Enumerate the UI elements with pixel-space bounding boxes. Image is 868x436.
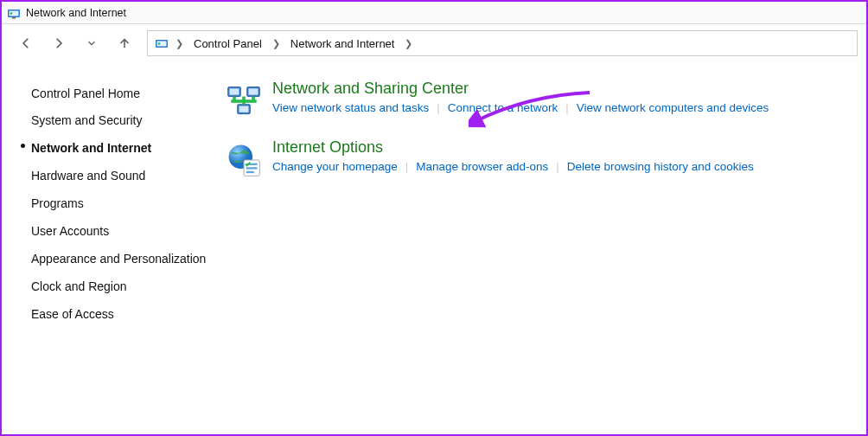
forward-button[interactable]: [47, 31, 71, 55]
category-heading[interactable]: Network and Sharing Center: [272, 80, 469, 101]
sidebar-item-label: Appearance and Personalization: [31, 252, 206, 266]
svg-rect-16: [252, 97, 255, 102]
sidebar-item-label: System and Security: [31, 113, 142, 127]
svg-rect-2: [12, 17, 16, 19]
svg-point-6: [158, 42, 161, 45]
chevron-right-icon: ❯: [401, 38, 416, 49]
titlebar: Network and Internet: [2, 2, 866, 24]
sidebar: Control Panel HomeSystem and SecurityNet…: [2, 62, 214, 434]
up-button[interactable]: [112, 31, 137, 55]
category-row: Internet OptionsChange your homepage|Man…: [222, 138, 866, 182]
task-link[interactable]: Connect to a network: [448, 101, 558, 114]
breadcrumb-item[interactable]: Network and Internet: [287, 35, 399, 52]
sidebar-item[interactable]: Appearance and Personalization: [21, 245, 207, 272]
task-link[interactable]: Change your homepage: [272, 160, 398, 173]
svg-rect-20: [246, 167, 258, 169]
task-link[interactable]: Manage browser add-ons: [416, 160, 548, 173]
internet-options-icon: [222, 138, 265, 182]
sidebar-item-label: Hardware and Sound: [31, 169, 145, 183]
svg-rect-14: [242, 97, 246, 105]
sidebar-item[interactable]: System and Security: [21, 107, 207, 135]
breadcrumb-item[interactable]: Control Panel: [190, 35, 265, 52]
separator: |: [558, 101, 576, 114]
sidebar-item[interactable]: Ease of Access: [21, 300, 207, 328]
svg-point-3: [10, 12, 13, 15]
sidebar-item-label: Control Panel Home: [31, 87, 140, 100]
main-content: Network and Sharing CenterView network s…: [214, 62, 866, 434]
task-link[interactable]: View network computers and devices: [577, 101, 769, 114]
svg-rect-15: [233, 97, 236, 102]
sidebar-item[interactable]: Programs: [21, 190, 207, 218]
sidebar-item[interactable]: User Accounts: [21, 217, 207, 245]
sidebar-item[interactable]: Control Panel Home: [21, 80, 207, 107]
separator: |: [398, 160, 416, 173]
sidebar-item-label: Ease of Access: [31, 307, 114, 321]
sidebar-item-label: Clock and Region: [31, 279, 127, 293]
navigation-toolbar: ❯ Control Panel ❯ Network and Internet ❯: [2, 24, 866, 62]
category-row: Network and Sharing CenterView network s…: [222, 80, 866, 123]
task-link[interactable]: Delete browsing history and cookies: [567, 160, 754, 173]
svg-rect-12: [239, 106, 249, 112]
sidebar-item[interactable]: Clock and Region: [21, 272, 207, 300]
control-panel-icon: [7, 6, 21, 20]
sidebar-item[interactable]: Network and Internet: [21, 135, 207, 163]
window-title: Network and Internet: [26, 7, 126, 19]
network-sharing-icon: [222, 80, 265, 123]
svg-rect-21: [246, 171, 254, 173]
separator: |: [429, 101, 447, 114]
addressbar-icon: [155, 36, 169, 50]
separator: |: [548, 160, 566, 173]
recent-locations-dropdown[interactable]: [80, 31, 104, 55]
chevron-right-icon: ❯: [172, 38, 187, 49]
sidebar-item-label: User Accounts: [31, 224, 109, 238]
svg-rect-8: [230, 88, 239, 94]
sidebar-item-label: Programs: [31, 196, 84, 210]
window-frame: Network and Internet ❯ Control Panel ❯ N…: [0, 0, 868, 436]
back-button[interactable]: [14, 31, 38, 55]
task-link[interactable]: View network status and tasks: [272, 101, 429, 114]
content-body: Control Panel HomeSystem and SecurityNet…: [2, 62, 866, 434]
sidebar-item[interactable]: Hardware and Sound: [21, 163, 207, 190]
chevron-right-icon: ❯: [269, 38, 284, 49]
sidebar-item-label: Network and Internet: [31, 141, 151, 155]
svg-rect-10: [249, 88, 258, 94]
address-bar[interactable]: ❯ Control Panel ❯ Network and Internet ❯: [147, 30, 858, 56]
category-heading[interactable]: Internet Options: [272, 138, 383, 160]
